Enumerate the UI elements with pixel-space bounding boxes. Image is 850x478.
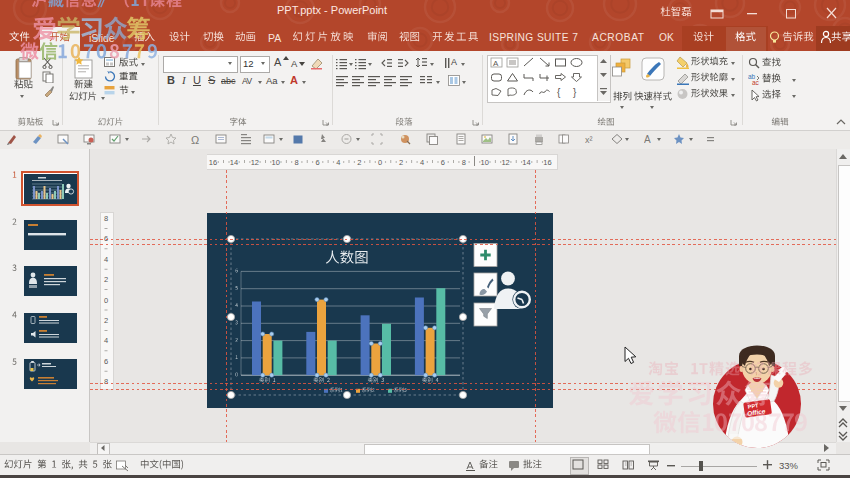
svg-text:4: 4 — [104, 255, 108, 264]
svg-text:Ω: Ω — [191, 134, 199, 146]
svg-text:0: 0 — [378, 158, 382, 167]
svg-text:10: 10 — [272, 158, 280, 167]
svg-text:6: 6 — [315, 158, 319, 167]
svg-text:0: 0 — [104, 296, 108, 305]
svg-text:2: 2 — [104, 275, 108, 284]
svg-text:14: 14 — [522, 158, 530, 167]
svg-text:ac: ac — [752, 79, 760, 86]
svg-text:2: 2 — [104, 316, 108, 325]
svg-text:4: 4 — [420, 158, 424, 167]
svg-text:A: A — [493, 59, 499, 68]
svg-text:16: 16 — [209, 158, 217, 167]
svg-text:10: 10 — [481, 158, 489, 167]
svg-text:4: 4 — [104, 336, 108, 345]
svg-text:8: 8 — [295, 158, 299, 167]
svg-text:8: 8 — [104, 377, 108, 386]
svg-text:2: 2 — [357, 158, 361, 167]
svg-text:x²: x² — [585, 135, 593, 145]
svg-text:6: 6 — [441, 158, 445, 167]
svg-text:14: 14 — [230, 158, 238, 167]
svg-text:16: 16 — [543, 158, 551, 167]
svg-text:8: 8 — [104, 214, 108, 223]
svg-text:12: 12 — [501, 158, 509, 167]
svg-text:12: 12 — [251, 158, 259, 167]
svg-text:8: 8 — [462, 158, 466, 167]
svg-text:{: { — [557, 87, 561, 98]
svg-text:}: } — [573, 87, 577, 98]
svg-text:2: 2 — [399, 158, 403, 167]
svg-text:6: 6 — [104, 357, 108, 366]
svg-text:A: A — [644, 134, 651, 145]
svg-text:4: 4 — [336, 158, 340, 167]
